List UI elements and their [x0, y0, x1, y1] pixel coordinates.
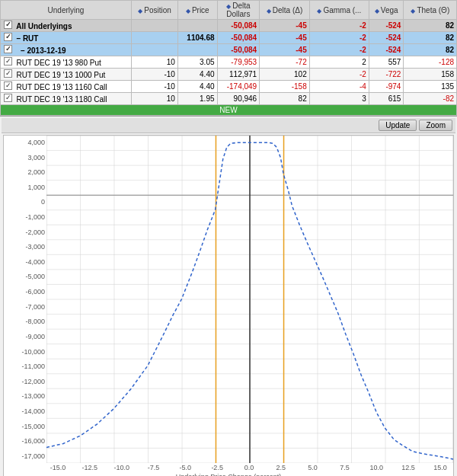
- row-position: [131, 44, 177, 56]
- x-axis-title: Underlying Price Change (percent): [4, 472, 453, 476]
- y-label: 0: [14, 198, 45, 206]
- row-theta: 82: [404, 20, 457, 32]
- x-label: -12.5: [78, 464, 101, 471]
- x-label: -5.0: [174, 464, 197, 471]
- row-gamma: -2: [309, 44, 369, 56]
- chart-toolbar: Update Zoom: [2, 118, 455, 133]
- row-price: 4.40: [177, 81, 217, 93]
- row-vega: -524: [369, 20, 404, 32]
- row-checkbox[interactable]: [4, 33, 12, 41]
- y-axis: 4,000 3,000 2,000 1,000 0 -1,000 -2,000 …: [14, 136, 46, 463]
- x-label: 0.0: [238, 464, 260, 471]
- table-row: All Underlyings -50,084 -45 -2 -524 82: [1, 20, 457, 32]
- table-row: RUT DEC 19 '13 1000 Put -10 4.40 112,971…: [1, 69, 457, 81]
- row-position: 10: [131, 93, 177, 105]
- y-label: -17,000: [14, 452, 45, 460]
- row-name: All Underlyings: [1, 20, 132, 32]
- chart-svg: [46, 136, 453, 463]
- row-vega: 615: [369, 93, 404, 105]
- row-theta: -128: [404, 56, 457, 69]
- row-vega: -524: [369, 32, 404, 44]
- row-checkbox[interactable]: [4, 81, 12, 90]
- row-gamma: 2: [309, 56, 369, 69]
- table-row: RUT DEC 19 '13 980 Put 10 3.05 -79,953 -…: [1, 56, 457, 69]
- row-name: – 2013-12-19: [1, 44, 132, 56]
- new-label[interactable]: NEW: [1, 105, 457, 116]
- row-gamma: -4: [309, 81, 369, 93]
- update-button[interactable]: Update: [379, 120, 417, 131]
- x-label: 10.0: [365, 464, 388, 471]
- y-label: 1,000: [14, 184, 45, 191]
- row-delta-dollars: -50,084: [217, 32, 260, 44]
- x-label: -2.5: [206, 464, 228, 471]
- x-label: -10.0: [110, 464, 133, 471]
- row-checkbox[interactable]: [4, 69, 12, 78]
- row-position: [131, 20, 177, 32]
- row-gamma: -2: [309, 32, 369, 44]
- x-label: 2.5: [270, 464, 292, 471]
- y-label: 3,000: [14, 154, 45, 161]
- y-label: -14,000: [14, 407, 45, 415]
- row-price: 1104.68: [177, 32, 217, 44]
- x-label: 7.5: [333, 464, 356, 471]
- row-checkbox[interactable]: [4, 45, 12, 53]
- row-theta: 158: [404, 69, 457, 81]
- y-label: -1,000: [14, 213, 45, 221]
- x-label: 15.0: [429, 464, 452, 471]
- row-price: 3.05: [177, 56, 217, 69]
- row-price: 1.95: [177, 93, 217, 105]
- row-delta-dollars: -174,049: [217, 81, 260, 93]
- col-gamma: Gamma (...: [309, 1, 369, 20]
- row-price: [177, 20, 217, 32]
- row-price: [177, 44, 217, 56]
- x-label: 5.0: [302, 464, 324, 471]
- y-label: 2,000: [14, 168, 45, 176]
- row-position: -10: [131, 81, 177, 93]
- row-vega: -722: [369, 69, 404, 81]
- row-name: RUT DEC 19 '13 1000 Put: [1, 69, 132, 81]
- y-label: -7,000: [14, 303, 45, 311]
- row-theta: 82: [404, 32, 457, 44]
- row-name: RUT DEC 19 '13 980 Put: [1, 56, 132, 69]
- row-delta: -158: [260, 81, 310, 93]
- row-delta-dollars: 112,971: [217, 69, 260, 81]
- y-label: 4,000: [14, 139, 45, 146]
- row-name: RUT DEC 19 '13 1180 Call: [1, 93, 132, 105]
- row-vega: 557: [369, 56, 404, 69]
- x-label: -15.0: [46, 464, 69, 471]
- row-theta: 82: [404, 44, 457, 56]
- y-label: -12,000: [14, 378, 45, 385]
- row-theta: -82: [404, 93, 457, 105]
- row-gamma: 3: [309, 93, 369, 105]
- row-checkbox[interactable]: [4, 94, 12, 102]
- table-row: RUT DEC 19 '13 1180 Call 10 1.95 90,946 …: [1, 93, 457, 105]
- y-label: -8,000: [14, 318, 45, 325]
- y-label: -5,000: [14, 273, 45, 280]
- row-theta: 135: [404, 81, 457, 93]
- row-delta: -72: [260, 56, 310, 69]
- row-delta: -45: [260, 32, 310, 44]
- row-gamma: -2: [309, 20, 369, 32]
- y-label: -9,000: [14, 333, 45, 340]
- new-row[interactable]: NEW: [1, 105, 457, 116]
- row-delta-dollars: -50,084: [217, 20, 260, 32]
- y-label: -2,000: [14, 228, 45, 236]
- positions-table: Underlying Position Price DeltaDollars D…: [0, 0, 457, 116]
- row-delta: -45: [260, 44, 310, 56]
- row-delta: 82: [260, 93, 310, 105]
- row-vega: -974: [369, 81, 404, 93]
- chart-section: Update Zoom Equity Portfolio Value Chang…: [0, 117, 457, 476]
- row-checkbox[interactable]: [4, 57, 12, 65]
- row-checkbox[interactable]: [4, 21, 12, 29]
- col-underlying: Underlying: [1, 1, 132, 20]
- col-position: Position: [131, 1, 177, 20]
- y-label: -4,000: [14, 258, 45, 266]
- zoom-button[interactable]: Zoom: [419, 120, 452, 131]
- table-section: Underlying Position Price DeltaDollars D…: [0, 0, 457, 117]
- table-row: RUT DEC 19 '13 1160 Call -10 4.40 -174,0…: [1, 81, 457, 93]
- col-vega: Vega: [369, 1, 404, 20]
- col-price: Price: [177, 1, 217, 20]
- row-position: -10: [131, 69, 177, 81]
- chart-container: Equity Portfolio Value Change (USD) 4,00…: [3, 135, 454, 476]
- col-delta: Delta (Δ): [260, 1, 310, 20]
